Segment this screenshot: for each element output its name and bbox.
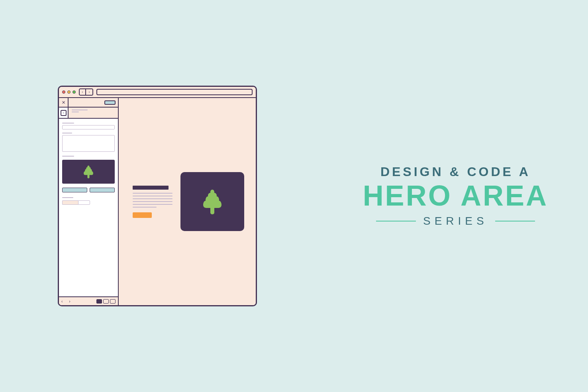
title-subline: SERIES xyxy=(423,215,488,227)
sidebar-close-button[interactable]: ✕ xyxy=(59,98,69,107)
segmented-control xyxy=(62,200,115,205)
url-bar[interactable] xyxy=(96,89,253,95)
footer-prev-icon[interactable]: ‹ xyxy=(61,299,63,304)
tree-icon xyxy=(83,165,94,178)
hero-cta-button[interactable] xyxy=(133,212,152,218)
segment-option-2[interactable] xyxy=(78,200,90,205)
series-title: DESIGN & CODE A HERO AREA SERIES xyxy=(363,165,548,227)
sidebar-header-row-2: ‹ xyxy=(59,108,118,119)
view-mode-2[interactable] xyxy=(103,299,109,304)
hero-image-card xyxy=(180,172,244,231)
placeholder-line xyxy=(133,201,172,202)
placeholder-line xyxy=(133,198,172,199)
hero-body-lines xyxy=(133,193,172,208)
sidebar-button-row xyxy=(62,188,115,192)
sidebar-pill-button[interactable] xyxy=(104,100,116,105)
field-label xyxy=(62,156,74,157)
nav-forward-button[interactable]: › xyxy=(86,89,92,95)
traffic-lights xyxy=(62,90,76,94)
field-label xyxy=(62,133,72,133)
sidebar-pill-container xyxy=(102,98,118,107)
main-area: ✕ ‹ xyxy=(59,98,256,305)
inspector-sidebar: ✕ ‹ xyxy=(59,98,119,305)
title-subline-wrap: SERIES xyxy=(376,215,535,227)
window-titlebar: ‹ › xyxy=(59,87,256,98)
sidebar-header-spacer xyxy=(69,98,102,107)
view-mode-1[interactable] xyxy=(96,299,102,304)
placeholder-line xyxy=(72,110,88,110)
minimize-window-button[interactable] xyxy=(67,90,71,94)
footer-next-icon[interactable]: › xyxy=(69,299,70,304)
sidebar-action-button-2[interactable] xyxy=(90,188,115,192)
close-window-button[interactable] xyxy=(62,90,65,94)
sidebar-back-cell: ‹ xyxy=(59,108,69,118)
design-canvas xyxy=(119,98,256,305)
field-label xyxy=(62,123,74,123)
sidebar-body xyxy=(59,119,118,296)
nav-back-button[interactable]: ‹ xyxy=(80,89,86,95)
design-app-mockup: ‹ › ✕ ‹ xyxy=(58,86,257,306)
sidebar-header-row-1: ✕ xyxy=(59,98,118,108)
title-main: HERO AREA xyxy=(363,180,548,212)
placeholder-line xyxy=(133,193,172,194)
placeholder-line xyxy=(133,207,157,208)
sidebar-back-button[interactable]: ‹ xyxy=(61,110,67,116)
maximize-window-button[interactable] xyxy=(73,90,76,94)
text-input[interactable] xyxy=(62,125,115,129)
image-preview xyxy=(62,160,115,184)
sidebar-footer: ‹ › xyxy=(59,296,118,305)
hero-heading-placeholder xyxy=(133,186,169,190)
hero-text-block xyxy=(133,186,172,218)
tree-icon xyxy=(202,189,223,214)
nav-back-forward: ‹ › xyxy=(79,88,93,96)
segment-option-1[interactable] xyxy=(62,200,78,205)
placeholder-line xyxy=(133,196,172,196)
view-mode-3[interactable] xyxy=(110,299,116,304)
decorative-rule-right xyxy=(495,221,535,221)
footer-view-switcher xyxy=(96,299,116,304)
title-overline: DESIGN & CODE A xyxy=(380,165,531,179)
placeholder-line xyxy=(72,112,79,112)
sidebar-breadcrumb xyxy=(69,108,118,118)
field-label xyxy=(62,197,73,198)
footer-nav: ‹ › xyxy=(61,299,71,304)
placeholder-line xyxy=(133,204,172,205)
textarea-input[interactable] xyxy=(62,135,115,152)
sidebar-action-button-1[interactable] xyxy=(62,188,87,192)
decorative-rule-left xyxy=(376,221,416,221)
